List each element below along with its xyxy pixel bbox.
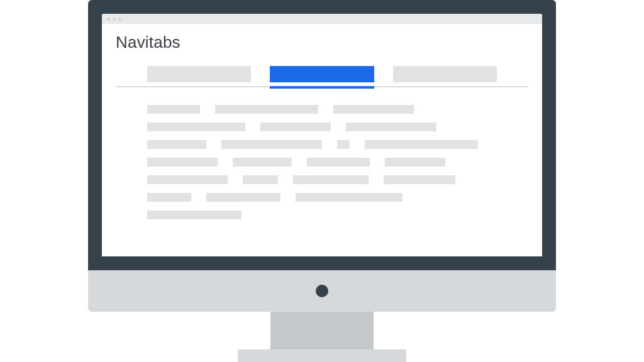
text-placeholder xyxy=(293,175,369,184)
text-placeholder xyxy=(333,105,414,114)
nav-tab[interactable] xyxy=(393,66,497,82)
text-placeholder xyxy=(147,175,228,184)
text-placeholder xyxy=(365,140,478,149)
browser-window: Navitabs xyxy=(102,14,542,256)
browser-titlebar xyxy=(102,14,542,24)
monitor-stand-foot xyxy=(238,349,406,362)
monitor-button xyxy=(316,285,328,297)
text-placeholder xyxy=(385,158,445,167)
navitabs-row xyxy=(116,70,528,87)
page-title: Navitabs xyxy=(116,33,528,52)
text-placeholder xyxy=(147,211,242,219)
text-placeholder xyxy=(260,123,331,131)
window-control-dot xyxy=(113,18,116,21)
text-placeholder xyxy=(147,105,200,114)
window-control-dot xyxy=(107,18,110,21)
monitor-bezel: Navitabs xyxy=(88,0,556,270)
text-placeholder xyxy=(337,140,350,149)
text-placeholder xyxy=(346,123,436,131)
window-control-dot xyxy=(118,18,121,21)
text-placeholder xyxy=(307,158,370,167)
monitor-illustration: Navitabs xyxy=(0,0,644,362)
monitor-chin xyxy=(88,270,556,312)
tab-content-placeholder xyxy=(116,87,528,219)
nav-tab[interactable] xyxy=(147,66,251,82)
text-placeholder xyxy=(233,158,292,167)
text-placeholder xyxy=(147,193,191,202)
text-placeholder xyxy=(215,105,318,114)
text-placeholder xyxy=(206,193,280,202)
browser-content: Navitabs xyxy=(102,24,542,256)
text-placeholder xyxy=(243,175,278,184)
text-placeholder xyxy=(221,140,322,149)
text-placeholder xyxy=(147,140,206,149)
text-placeholder xyxy=(147,158,218,167)
text-placeholder xyxy=(296,193,402,202)
text-placeholder xyxy=(384,175,455,184)
text-placeholder xyxy=(147,123,245,131)
nav-tab-active[interactable] xyxy=(270,66,374,82)
monitor-stand-neck xyxy=(270,312,374,349)
